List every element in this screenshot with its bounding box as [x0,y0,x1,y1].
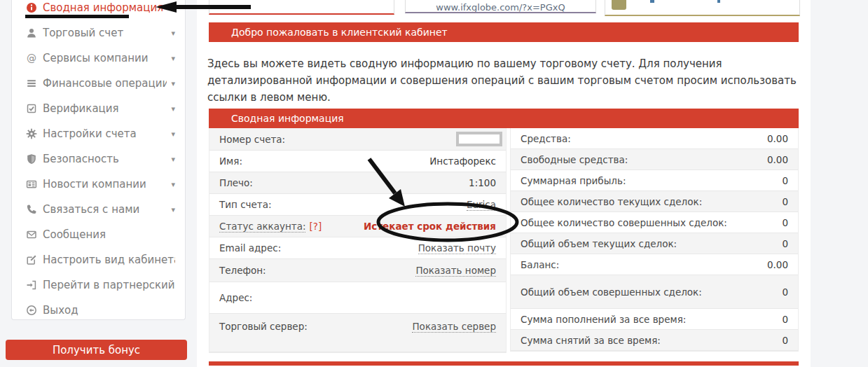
row-value[interactable]: Показать почту [418,242,496,254]
sidebar-menu: Сводная информацияТорговый счет▾@Сервисы… [12,0,185,323]
user-icon [26,27,37,39]
table-row-closed-trades-count: Общее количество совершенных сделок:0 [511,212,798,233]
redacted-value-box [456,132,502,146]
row-label: Имя: [219,155,242,167]
table-row-closed-trades-volume: Общий объем совершенных сделок:0 [511,275,798,309]
sidebar-item-account-settings[interactable]: Настройки счета▾ [12,121,185,146]
row-value: 0 [782,314,788,325]
chevron-down-icon[interactable]: ▾ [171,79,175,88]
get-bonus-button[interactable]: Получить бонус [6,340,187,360]
row-value: 0 [782,175,788,186]
chevron-down-icon[interactable]: ▾ [171,180,175,189]
sidebar-item-label: Перейти в партнерский кабинет [43,279,175,291]
row-value: 1:100 [469,177,496,188]
sidebar-item-company-news[interactable]: Новости компании▾ [12,172,185,197]
edit-icon [26,254,37,265]
info-icon [26,2,37,13]
row-value: Инстафорекс [429,155,496,167]
sidebar-item-label: Верификация [43,102,167,115]
summary-banner-title: Сводная информация [231,113,344,124]
sidebar-item-customize-cabinet[interactable]: Настроить вид кабинета [12,247,185,272]
sidebar-item-contact-us[interactable]: Связаться с нами▾ [12,197,185,222]
row-value: 0 [782,196,788,207]
row-label: Свободные средства: [521,154,628,165]
chevron-down-icon[interactable]: ▾ [171,54,175,63]
help-icon[interactable]: [?] [309,221,322,232]
row-value[interactable]: Eurica [467,199,496,211]
row-label: Email адрес: [219,242,281,254]
table-row-email: Email адрес:Показать почту [209,237,506,259]
referral-url-link[interactable]: www.ifxglobe.com/?x=PGxQ [436,2,565,13]
table-row-free-margin: Свободные средства:0.00 [511,149,798,170]
sidebar-item-verification[interactable]: Верификация▾ [12,96,185,121]
table-row-total-deposits: Сумма пополнений за все время:0 [511,309,798,330]
row-label: Сумма пополнений за все время: [521,314,686,325]
chevron-down-icon[interactable]: ▾ [171,104,175,113]
table-row-open-trades-volume: Общий объем текущих сделок:0 [511,233,798,254]
table-row-equity: Средства:0.00 [511,128,798,149]
sidebar-item-label: Финансовые операции [43,77,167,90]
row-label: Номер счета: [219,134,285,145]
gear-icon [26,128,37,139]
table-row-leverage: Плечо:1:100 [209,172,506,194]
row-label: Общее количество совершенных сделок: [521,217,727,228]
summary-tables: Номер счета:Имя:ИнстафорексПлечо:1:100Ти… [209,128,799,353]
row-value: 0.00 [767,133,788,144]
table-row-address: Адрес: [209,282,506,314]
row-value: 0 [782,286,788,298]
sidebar-item-label: Настройки счета [43,127,167,140]
cutoff-text-stub [650,0,654,3]
envelope-icon [26,229,37,240]
row-label: Тип счета: [219,199,272,210]
chevron-down-icon[interactable]: ▾ [171,130,175,139]
phone-icon [26,204,37,215]
account-stats-table: Средства:0.00Свободные средства:0.00Сумм… [510,128,799,352]
top-panel-right-cutoff [605,0,800,16]
row-value: Истекает срок действия [364,221,496,232]
table-row-phone: Телефон:Показать номер [209,259,506,282]
at-icon: @ [26,53,37,64]
sidebar-item-messages[interactable]: Сообщения [12,222,185,247]
row-label: Плечо: [219,177,253,188]
sidebar-item-logout[interactable]: Выход [12,298,185,323]
next-section-banner-cutoff [209,361,799,366]
row-value: 0.00 [767,259,788,270]
logout-icon [26,305,37,316]
sidebar-item-summary[interactable]: Сводная информация [12,0,185,20]
sidebar-item-label: Сводная информация [43,1,175,14]
table-row-account-number: Номер счета: [209,128,506,151]
row-value[interactable]: Показать номер [415,265,496,277]
row-value[interactable]: Показать сервер [412,321,496,333]
sidebar-item-label: Выход [43,304,175,317]
row-label: Суммарная прибыль: [521,175,626,186]
sidebar-item-finance-operations[interactable]: Финансовые операции▾ [12,71,185,96]
table-row-account-status: Статус аккаунта:[?]Истекает срок действи… [209,216,506,237]
shield-icon [26,153,37,165]
table-row-total-withdrawals: Сумма снятий за все время:0 [511,330,798,351]
sidebar-item-label: Сервисы компании [43,52,167,64]
row-label: Общий объем текущих сделок: [521,238,677,249]
sidebar-item-partner-cabinet[interactable]: Перейти в партнерский кабинет [12,272,185,298]
row-label[interactable]: Статус аккаунта: [219,221,305,233]
row-label: Баланс: [521,259,559,270]
table-row-account-type: Тип счета:Eurica [209,194,506,216]
sidebar-item-company-services[interactable]: @Сервисы компании▾ [12,46,185,71]
account-info-table: Номер счета:Имя:ИнстафорексПлечо:1:100Ти… [209,128,507,353]
main-content: Добро пожаловать в клиентский кабинет Зд… [197,0,811,367]
sidebar: Сводная информацияТорговый счет▾@Сервисы… [11,0,186,320]
row-value: 0 [782,217,788,228]
chevron-down-icon[interactable]: ▾ [171,29,175,38]
row-label: Сумма снятий за все время: [521,335,661,346]
sidebar-item-label: Связаться с нами [43,203,167,216]
sidebar-item-security[interactable]: Безопасность▾ [12,146,185,172]
welcome-banner: Добро пожаловать в клиентский кабинет [209,22,799,42]
row-value: 0.00 [767,154,788,165]
signin-icon [26,279,37,291]
welcome-text: Здесь вы можете видеть сводную информаци… [207,55,804,106]
chevron-down-icon[interactable]: ▾ [171,155,175,164]
check-square-icon [26,103,37,114]
chevron-down-icon[interactable]: ▾ [171,205,175,214]
sidebar-item-trading-account[interactable]: Торговый счет▾ [12,20,185,46]
cutoff-text-stub [717,0,720,3]
table-row-name: Имя:Инстафорекс [209,151,506,172]
